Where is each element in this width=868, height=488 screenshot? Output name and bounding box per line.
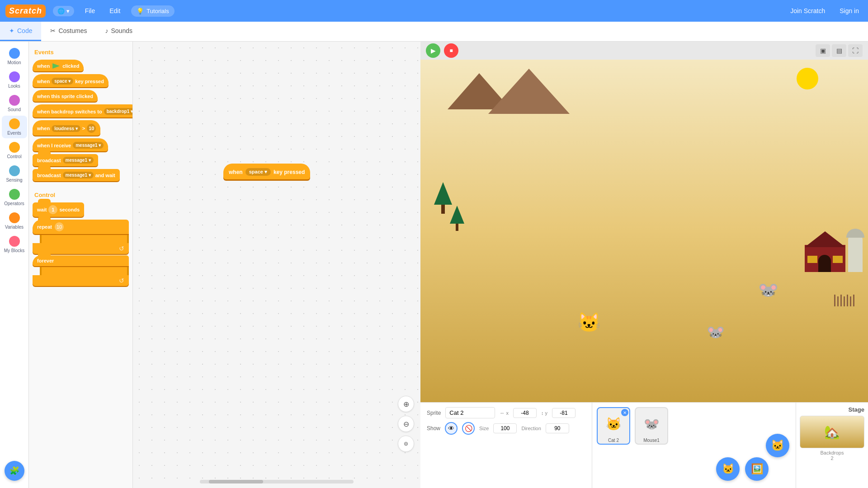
- stage-canvas: 🐱 🐭 🐭: [420, 60, 868, 402]
- language-button[interactable]: 🌐 ▾: [53, 6, 74, 16]
- join-scratch-link[interactable]: Join Scratch: [787, 5, 829, 16]
- direction-input[interactable]: [546, 423, 569, 433]
- sidebar-item-looks[interactable]: Looks: [2, 69, 27, 91]
- sprite-delete-cat2[interactable]: ✕: [621, 409, 628, 416]
- backdrops-label: Backdrops 2: [800, 450, 864, 461]
- sidebar-item-motion[interactable]: Motion: [2, 45, 27, 68]
- large-stage-button[interactable]: ▤: [832, 44, 846, 57]
- barn: [805, 231, 845, 272]
- edit-menu[interactable]: Edit: [106, 5, 124, 16]
- green-flag-icon: ▶: [431, 47, 436, 54]
- sidebar-item-operators[interactable]: Operators: [2, 186, 27, 209]
- add-backdrop-fab[interactable]: 🖼️: [745, 457, 769, 481]
- canvas-block-when-space[interactable]: when space ▾ key pressed: [223, 164, 310, 179]
- sprite-name-mouse1: Mouse1: [642, 437, 660, 444]
- stage-side-panel: Stage 🏡 Backdrops 2: [796, 403, 868, 488]
- flag-icon: [52, 63, 60, 69]
- events-section-title: Events: [34, 49, 129, 56]
- stop-icon: ■: [449, 47, 453, 54]
- stage-controls-bar: ▶ ■ ▣ ▤ ⛶: [420, 42, 868, 60]
- stage-area: ▶ ■ ▣ ▤ ⛶: [420, 42, 868, 402]
- tab-sounds[interactable]: ♪ Sounds: [96, 22, 142, 41]
- sprite-thumb-mouse1[interactable]: 🐭 Mouse1: [635, 407, 668, 445]
- stage-view-buttons: ▣ ▤ ⛶: [816, 44, 863, 57]
- sprite-name-cat2: Cat 2: [607, 437, 620, 444]
- size-label: Size: [479, 426, 489, 431]
- zoom-in-button[interactable]: ⊕: [398, 396, 414, 412]
- tab-code[interactable]: ✦ Code: [0, 22, 41, 41]
- block-wait[interactable]: wait 1 seconds: [33, 202, 84, 217]
- file-menu[interactable]: File: [81, 5, 99, 16]
- tabs-row: ✦ Code ✂ Costumes ♪ Sounds: [0, 22, 868, 42]
- tree-1: [434, 182, 452, 214]
- add-sprite-icon: 🐱: [771, 439, 784, 452]
- tutorials-icon: 💡: [137, 8, 144, 14]
- block-when-flag-clicked[interactable]: when clicked: [33, 60, 84, 71]
- sign-in-link[interactable]: Sign in: [836, 5, 863, 16]
- add-sprite-button[interactable]: 🐱: [766, 434, 789, 457]
- sidebar-item-sensing[interactable]: Sensing: [2, 163, 27, 185]
- sun: [797, 68, 818, 89]
- show-label: Show: [427, 425, 440, 432]
- tree-2: [450, 206, 464, 231]
- size-input[interactable]: [493, 423, 517, 433]
- sprite-label: Sprite: [427, 410, 441, 416]
- block-broadcast-wait[interactable]: broadcast message1 ▾ and wait: [33, 169, 120, 181]
- sounds-tab-icon: ♪: [105, 27, 108, 34]
- stage-thumbnail[interactable]: 🏡: [800, 416, 864, 448]
- tab-costumes[interactable]: ✂ Costumes: [41, 22, 96, 41]
- control-section-title: Control: [34, 192, 129, 198]
- block-when-space-key[interactable]: when space ▾ key pressed: [33, 74, 108, 87]
- green-flag-button[interactable]: ▶: [426, 43, 440, 58]
- sidebar-item-sound[interactable]: Sound: [2, 92, 27, 115]
- show-hidden-button[interactable]: 🚫: [462, 422, 475, 435]
- top-navigation: Scratch 🌐 ▾ File Edit 💡 Tutorials Join S…: [0, 0, 868, 22]
- block-when-loudness[interactable]: when loudness ▾ > 10: [33, 120, 100, 136]
- mouse-sprite-1: 🐭: [758, 281, 778, 300]
- sprite-name-input[interactable]: [445, 407, 495, 418]
- mouse-sprite-2: 🐭: [707, 324, 725, 341]
- tutorials-button[interactable]: 💡 Tutorials: [131, 5, 174, 17]
- small-stage-button[interactable]: ▣: [816, 44, 830, 57]
- extensions-button[interactable]: 🧩: [5, 461, 24, 481]
- zoom-out-button[interactable]: ⊖: [398, 416, 414, 432]
- stop-button[interactable]: ■: [444, 43, 458, 58]
- sidebar-item-myblocks[interactable]: My Blocks: [2, 233, 27, 256]
- y-coord-input[interactable]: [552, 408, 576, 418]
- scratch-logo: Scratch: [5, 5, 46, 18]
- show-visible-button[interactable]: 👁: [445, 422, 458, 435]
- sprite-thumb-cat2[interactable]: ✕ 🐱 Cat 2: [597, 407, 630, 445]
- stage-panel-title: Stage: [800, 406, 864, 413]
- x-coord-input[interactable]: [513, 408, 537, 418]
- block-when-sprite-clicked[interactable]: when this sprite clicked: [33, 90, 98, 102]
- mountain-2: [488, 69, 570, 114]
- add-sprite-fab[interactable]: 🐱: [716, 457, 740, 481]
- direction-label: Direction: [521, 426, 541, 431]
- x-coord-label: ↔ x: [500, 410, 509, 416]
- categories-sidebar: Motion Looks Sound Events Control Sensin…: [0, 42, 29, 488]
- sidebar-item-events[interactable]: Events: [2, 116, 27, 138]
- y-coord-label: ↕ y: [541, 410, 547, 416]
- fullscreen-button[interactable]: ⛶: [848, 44, 863, 57]
- sprite-info-row-2: Show 👁 🚫 Size Direction: [427, 422, 585, 435]
- code-tab-icon: ✦: [9, 27, 14, 34]
- code-canvas-area: when space ▾ key pressed ⊕ ⊖ ⊜: [133, 42, 420, 488]
- block-repeat[interactable]: repeat 10 ↺: [33, 220, 129, 254]
- canvas-scrollbar[interactable]: [200, 480, 354, 483]
- fit-button[interactable]: ⊜: [398, 436, 414, 452]
- block-when-backdrop[interactable]: when backdrop switches to backdrop1 ▾: [33, 104, 133, 117]
- sprite-info: Sprite ↔ x ↕ y Show 👁 🚫 Size: [420, 403, 592, 488]
- sprite-panel: Sprite ↔ x ↕ y Show 👁 🚫 Size: [420, 402, 868, 488]
- main-layout: Motion Looks Sound Events Control Sensin…: [0, 42, 868, 488]
- costumes-tab-icon: ✂: [50, 27, 56, 34]
- block-forever[interactable]: forever ↺: [33, 255, 129, 286]
- cat-sprite: 🐱: [577, 311, 601, 333]
- sidebar-item-control[interactable]: Control: [2, 139, 27, 162]
- block-when-receive[interactable]: when I receive message1 ▾: [33, 138, 108, 151]
- blocks-palette: Events when clicked when space ▾ key pre…: [29, 42, 133, 488]
- bottom-left-area: 🧩: [5, 461, 24, 481]
- stage-add-buttons: 🐱 🖼️: [716, 457, 769, 481]
- right-panel: ▶ ■ ▣ ▤ ⛶: [420, 42, 868, 488]
- block-broadcast[interactable]: broadcast message1 ▾: [33, 154, 98, 166]
- sidebar-item-variables[interactable]: Variables: [2, 210, 27, 232]
